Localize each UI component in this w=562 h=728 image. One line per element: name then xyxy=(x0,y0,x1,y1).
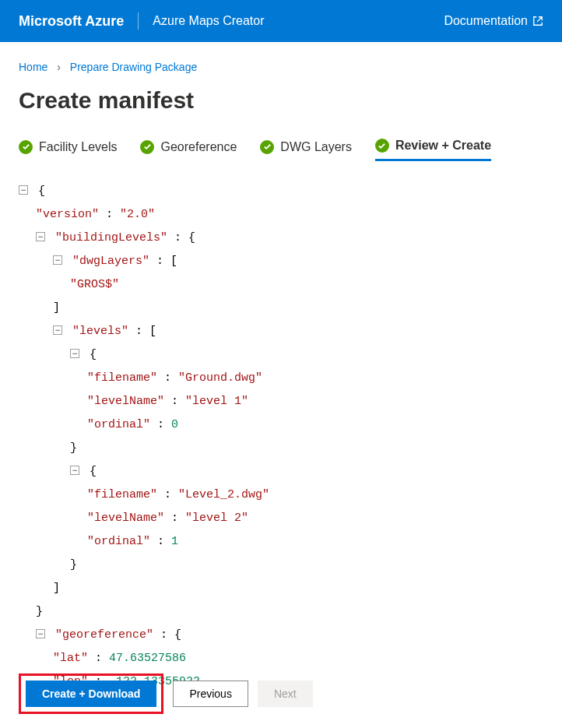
step-georeference[interactable]: Georeference xyxy=(140,140,237,160)
json-line: "levelName" : "level 2" xyxy=(19,507,543,530)
collapse-icon[interactable]: − xyxy=(70,466,79,475)
step-dwg-layers[interactable]: DWG Layers xyxy=(260,140,352,160)
step-label: Facility Levels xyxy=(39,140,117,154)
collapse-icon[interactable]: − xyxy=(70,349,79,358)
header-left: Microsoft Azure Azure Maps Creator xyxy=(19,12,265,30)
page-title: Create manifest xyxy=(19,87,543,114)
json-line: − "levels" : [ xyxy=(19,320,543,343)
main-content: Home › Prepare Drawing Package Create ma… xyxy=(0,42,562,694)
product-label: Azure Maps Creator xyxy=(153,14,264,28)
json-line: − "dwgLayers" : [ xyxy=(19,250,543,273)
json-line: "ordinal" : 0 xyxy=(19,413,543,437)
breadcrumb: Home › Prepare Drawing Package xyxy=(19,61,543,73)
check-icon xyxy=(19,140,33,154)
json-viewer: − { "version" : "2.0" − "buildingLevels"… xyxy=(19,180,543,694)
documentation-link[interactable]: Documentation xyxy=(444,14,543,28)
create-download-button[interactable]: Create + Download xyxy=(26,681,156,707)
json-line: "levelName" : "level 1" xyxy=(19,390,543,413)
collapse-icon[interactable]: − xyxy=(36,629,45,638)
json-line: − { xyxy=(19,343,543,367)
json-line: "ordinal" : 1 xyxy=(19,530,543,554)
collapse-icon[interactable]: − xyxy=(53,325,62,335)
step-facility-levels[interactable]: Facility Levels xyxy=(19,140,117,160)
header-divider xyxy=(138,12,139,30)
footer-actions: Create + Download Previous Next xyxy=(12,667,319,720)
next-button: Next xyxy=(258,681,313,707)
step-label: Georeference xyxy=(160,140,237,154)
check-icon xyxy=(260,140,274,154)
json-line: ] xyxy=(19,577,543,600)
step-review-create[interactable]: Review + Create xyxy=(375,139,491,161)
collapse-icon[interactable]: − xyxy=(19,185,28,195)
brand-label: Microsoft Azure xyxy=(19,13,124,30)
documentation-label: Documentation xyxy=(444,14,528,28)
json-line: − "georeference" : { xyxy=(19,624,543,647)
check-icon xyxy=(140,140,154,154)
breadcrumb-home[interactable]: Home xyxy=(19,61,47,73)
json-line: } xyxy=(19,437,543,460)
json-line: ] xyxy=(19,297,543,320)
json-line: "filename" : "Ground.dwg" xyxy=(19,367,543,390)
collapse-icon[interactable]: − xyxy=(36,232,45,241)
top-header: Microsoft Azure Azure Maps Creator Docum… xyxy=(0,0,562,42)
breadcrumb-separator: › xyxy=(57,61,61,73)
json-line: "version" : "2.0" xyxy=(19,203,543,227)
json-line: − { xyxy=(19,180,543,203)
check-icon xyxy=(375,139,389,153)
json-line: } xyxy=(19,554,543,577)
external-link-icon xyxy=(532,16,543,26)
json-line: − { xyxy=(19,460,543,484)
highlight-box: Create + Download xyxy=(19,673,163,714)
json-line: "filename" : "Level_2.dwg" xyxy=(19,484,543,507)
breadcrumb-page[interactable]: Prepare Drawing Package xyxy=(70,61,197,73)
json-line: } xyxy=(19,600,543,624)
json-line: "GROS$" xyxy=(19,273,543,297)
step-label: Review + Create xyxy=(395,139,491,153)
json-line: − "buildingLevels" : { xyxy=(19,227,543,250)
step-label: DWG Layers xyxy=(280,140,352,154)
stepper: Facility Levels Georeference DWG Layers … xyxy=(19,139,543,161)
previous-button[interactable]: Previous xyxy=(173,681,248,707)
collapse-icon[interactable]: − xyxy=(53,255,62,265)
